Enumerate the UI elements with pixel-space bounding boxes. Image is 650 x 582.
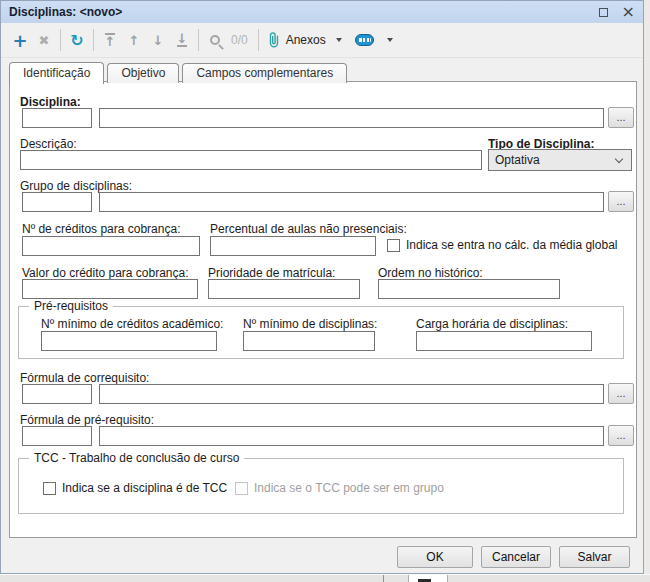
background-right-sliver (645, 0, 650, 582)
carga-horaria-label: Carga horária de disciplinas: (416, 317, 568, 331)
delete-record-button[interactable]: ✖ (32, 27, 56, 53)
background-window-strip (0, 574, 650, 582)
tipo-disciplina-select[interactable]: Optativa (488, 149, 632, 171)
creditos-cobranca-label: Nº de créditos para cobrança: (22, 222, 180, 236)
plus-icon: + (12, 30, 27, 51)
background-artifact (383, 575, 384, 582)
background-artifact (408, 575, 448, 582)
tcc-grupo-checkbox (235, 482, 248, 495)
grupo-lookup-button[interactable]: ... (608, 191, 634, 212)
disciplina-name-input[interactable] (99, 108, 604, 128)
arrow-down-to-bar-icon: ↓ (177, 33, 188, 47)
toolbar-separator (93, 29, 94, 51)
search-icon (210, 35, 220, 45)
prioridade-matricula-input[interactable] (208, 279, 360, 299)
toolbar-separator (258, 29, 259, 51)
prerequisito-lookup-button[interactable]: ... (608, 425, 634, 446)
ordem-historico-input[interactable] (378, 279, 560, 299)
search-button[interactable] (203, 27, 227, 53)
save-button[interactable]: Salvar (559, 546, 630, 568)
carga-horaria-input[interactable] (416, 331, 592, 351)
ordem-historico-label: Ordem no histórico: (378, 266, 483, 280)
card-menu-dropdown[interactable] (378, 27, 402, 53)
maximize-icon (599, 8, 608, 17)
previous-record-button[interactable]: ↑ (122, 27, 146, 53)
arrow-up-icon: ↑ (129, 35, 140, 46)
disciplinas-dialog: Disciplinas: <novo> × + ✖ ↻ ↑ ↑ ↓ ↓ 0/0 (0, 0, 644, 574)
add-record-button[interactable]: + (8, 27, 32, 53)
screen: Disciplinas: <novo> × + ✖ ↻ ↑ ↑ ↓ ↓ 0/0 (0, 0, 650, 582)
refresh-button[interactable]: ↻ (65, 27, 89, 53)
tcc-label: Indica se a disciplina é de TCC (62, 481, 227, 495)
arrow-down-icon: ↓ (153, 35, 164, 46)
min-creditos-input[interactable] (41, 331, 217, 351)
percentual-aulas-label: Percentual de aulas não presenciais: (210, 222, 407, 236)
toolbar: + ✖ ↻ ↑ ↑ ↓ ↓ 0/0 Anexos (1, 23, 643, 58)
tcc-grupo-checkbox-row: Indica se o TCC pode ser em grupo (235, 481, 444, 495)
last-record-button[interactable]: ↓ (170, 27, 194, 53)
tab-objetivo[interactable]: Objetivo (107, 63, 179, 83)
first-record-button[interactable]: ↑ (98, 27, 122, 53)
blue-card-icon (355, 34, 374, 46)
valor-credito-label: Valor do crédito para cobrança: (22, 266, 189, 280)
maximize-button[interactable] (596, 4, 612, 20)
tab-campos-complementares[interactable]: Campos complementares (182, 63, 347, 83)
tcc-legend: TCC - Trabalho de conclusão de curso (29, 451, 244, 465)
media-global-label: Indica se entra no cálc. da média global (406, 238, 617, 252)
paperclip-icon (267, 32, 281, 48)
toolbar-separator (198, 29, 199, 51)
cancel-button[interactable]: Cancelar (481, 546, 551, 568)
tab-identificacao[interactable]: Identificação (9, 62, 104, 84)
anexos-label: Anexos (286, 33, 326, 47)
descricao-input[interactable] (20, 150, 482, 170)
media-global-checkbox-row: Indica se entra no cálc. da média global (387, 238, 617, 252)
correquisito-code-input[interactable] (22, 384, 92, 404)
tipo-disciplina-value: Optativa (495, 153, 540, 167)
tcc-fieldset: TCC - Trabalho de conclusão de curso Ind… (18, 458, 624, 514)
next-record-button[interactable]: ↓ (146, 27, 170, 53)
media-global-checkbox[interactable] (387, 239, 400, 252)
record-counter: 0/0 (231, 33, 248, 47)
valor-credito-input[interactable] (22, 279, 198, 299)
chevron-down-icon (387, 38, 393, 42)
title-bar: Disciplinas: <novo> × (1, 1, 643, 23)
disciplina-code-input[interactable] (22, 108, 92, 128)
prioridade-matricula-label: Prioridade de matrícula: (208, 266, 335, 280)
identificacao-panel: Disciplina: ... Descrição: Tipo de Disci… (9, 81, 637, 538)
refresh-icon: ↻ (70, 31, 83, 50)
grupo-code-input[interactable] (22, 192, 92, 212)
min-disciplinas-input[interactable] (243, 331, 375, 351)
close-button[interactable]: × (622, 5, 635, 19)
grupo-name-input[interactable] (99, 192, 604, 212)
prerequisitos-fieldset: Pré-requisitos Nº mínimo de créditos aca… (18, 306, 624, 359)
correquisito-lookup-button[interactable]: ... (608, 383, 634, 404)
min-disciplinas-label: Nº mínimo de disciplinas: (243, 317, 377, 331)
tcc-checkbox-row: Indica se a disciplina é de TCC (43, 481, 227, 495)
card-menu-button[interactable] (351, 27, 378, 53)
prerequisitos-legend: Pré-requisitos (29, 299, 113, 313)
descricao-label: Descrição: (20, 137, 77, 151)
toolbar-separator (60, 29, 61, 51)
disciplina-lookup-button[interactable]: ... (608, 107, 634, 128)
tcc-grupo-label: Indica se o TCC pode ser em grupo (254, 481, 444, 495)
prerequisito-code-input[interactable] (22, 426, 92, 446)
grupo-disciplinas-label: Grupo de disciplinas: (20, 179, 132, 193)
min-creditos-label: Nº mínimo de créditos acadêmico: (41, 317, 223, 331)
tab-strip: Identificação Objetivo Campos complement… (9, 62, 350, 83)
correquisito-formula-input[interactable] (99, 384, 604, 404)
formula-correquisito-label: Fórmula de correquisito: (20, 371, 149, 385)
formula-prerequisito-label: Fórmula de pré-requisito: (20, 413, 154, 427)
disciplina-label: Disciplina: (20, 95, 81, 109)
window-title: Disciplinas: <novo> (9, 5, 596, 19)
creditos-cobranca-input[interactable] (22, 236, 200, 256)
delete-x-icon: ✖ (39, 33, 50, 48)
ok-button[interactable]: OK (397, 546, 473, 568)
arrow-up-to-bar-icon: ↑ (105, 33, 116, 47)
chevron-down-icon (615, 155, 623, 163)
anexos-button[interactable]: Anexos (263, 27, 351, 53)
percentual-aulas-input[interactable] (210, 236, 376, 256)
tcc-checkbox[interactable] (43, 482, 56, 495)
window-buttons: × (596, 4, 635, 20)
prerequisito-formula-input[interactable] (99, 426, 604, 446)
chevron-down-icon (336, 38, 342, 42)
